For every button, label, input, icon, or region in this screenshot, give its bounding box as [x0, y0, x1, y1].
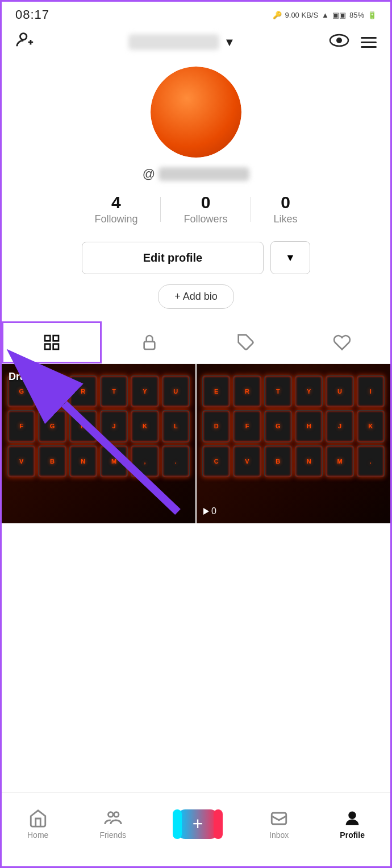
key: T — [100, 375, 128, 407]
key: E — [202, 375, 230, 407]
nav-right-icons — [329, 32, 377, 52]
heart-icon — [333, 333, 351, 352]
battery-percent: 85% — [349, 11, 364, 19]
key: J — [326, 410, 353, 442]
home-label: Home — [27, 830, 48, 840]
key: U — [162, 375, 190, 407]
likes-stat[interactable]: 0 Likes — [251, 193, 320, 225]
avatar-image — [151, 67, 241, 158]
key: V — [7, 445, 35, 477]
key: G — [264, 410, 292, 442]
avatar — [151, 67, 241, 158]
key: N — [295, 445, 323, 477]
following-label: Following — [94, 213, 137, 225]
stats-row: 4 Following 0 Followers 0 Likes — [72, 193, 320, 225]
grid-item-1[interactable]: G 7 R T Y U F G H J K L V B N M , . Draf… — [2, 364, 195, 523]
tab-posts[interactable] — [2, 321, 102, 363]
home-icon — [28, 809, 48, 828]
svg-point-14 — [114, 812, 119, 817]
following-stat[interactable]: 4 Following — [72, 193, 160, 225]
tab-tagged[interactable] — [198, 323, 294, 362]
keyboard-keys-2: E R T Y U I D F G H J K C V B N M . — [197, 364, 390, 523]
tabs-row — [2, 321, 390, 364]
svg-rect-5 — [45, 336, 50, 341]
network-speed: 9.00 KB/S — [285, 11, 319, 19]
profile-icon — [343, 809, 362, 828]
key: M — [326, 445, 353, 477]
followers-stat[interactable]: 0 Followers — [161, 193, 250, 225]
wifi-icon: ▲ — [322, 11, 329, 19]
bottom-nav: Home Friends + Inbox Profile — [2, 792, 390, 866]
top-nav: ▼ — [2, 26, 390, 61]
key: K — [131, 410, 159, 442]
key: J — [100, 410, 128, 442]
eye-icon[interactable] — [329, 32, 349, 52]
likes-count: 0 — [281, 193, 290, 212]
bottom-nav-home[interactable]: Home — [27, 809, 48, 840]
drafts-label: Drafts: 3 — [9, 371, 50, 383]
key: . — [162, 445, 190, 477]
key: U — [326, 375, 353, 407]
svg-rect-7 — [45, 344, 50, 349]
username-blurred — [128, 34, 219, 50]
key: K — [357, 410, 385, 442]
play-icon — [203, 508, 209, 515]
bottom-nav-friends[interactable]: Friends — [99, 809, 126, 840]
key: F — [7, 410, 35, 442]
lock-icon — [140, 333, 159, 352]
dropdown-triangle-icon: ▼ — [285, 252, 295, 264]
bottom-nav-profile[interactable]: Profile — [340, 809, 365, 840]
key-icon: 🔑 — [273, 11, 282, 19]
tab-private[interactable] — [102, 323, 198, 362]
status-time: 08:17 — [15, 7, 49, 22]
inbox-label: Inbox — [269, 830, 289, 840]
grid-item-2[interactable]: E R T Y U I D F G H J K C V B N M . — [197, 364, 390, 523]
svg-rect-15 — [272, 813, 286, 824]
key: B — [38, 445, 66, 477]
keyboard-keys-1: G 7 R T Y U F G H J K L V B N M , . — [2, 364, 195, 523]
add-bio-button[interactable]: + Add bio — [158, 284, 234, 309]
keyboard-bg-1: G 7 R T Y U F G H J K L V B N M , . — [2, 364, 195, 523]
key: . — [357, 445, 385, 477]
key: V — [233, 445, 261, 477]
svg-point-16 — [349, 812, 355, 818]
key: H — [295, 410, 323, 442]
hamburger-menu-button[interactable] — [361, 37, 377, 48]
likes-label: Likes — [274, 213, 298, 225]
at-sign: @ — [143, 167, 155, 181]
svg-point-13 — [108, 812, 113, 817]
svg-rect-6 — [53, 336, 58, 341]
svg-rect-8 — [53, 344, 58, 349]
profile-label: Profile — [340, 830, 365, 840]
key: I — [357, 375, 385, 407]
create-button[interactable]: + — [177, 809, 218, 839]
grid-icon — [43, 333, 61, 352]
username-row: @ — [143, 167, 249, 181]
tab-liked[interactable] — [294, 323, 391, 362]
friends-label: Friends — [99, 830, 126, 840]
play-count: 0 — [211, 506, 216, 516]
svg-rect-9 — [144, 342, 155, 349]
more-options-button[interactable]: ▼ — [270, 241, 310, 274]
key: Y — [295, 375, 323, 407]
key: N — [69, 445, 97, 477]
friends-icon — [103, 809, 123, 828]
bottom-nav-create[interactable]: + — [177, 809, 218, 839]
key: D — [202, 410, 230, 442]
svg-point-0 — [20, 34, 27, 40]
keyboard-bg-2: E R T Y U I D F G H J K C V B N M . — [197, 364, 390, 523]
add-user-button[interactable] — [15, 30, 35, 54]
action-row: Edit profile ▼ — [2, 241, 390, 274]
key: , — [131, 445, 159, 477]
bottom-nav-inbox[interactable]: Inbox — [269, 809, 289, 840]
sim-icon: ▣▣ — [332, 11, 346, 19]
key: C — [202, 445, 230, 477]
key: B — [264, 445, 292, 477]
profile-section: @ 4 Following 0 Followers 0 Likes Edit p… — [2, 61, 390, 321]
username-dropdown[interactable]: ▼ — [128, 34, 235, 50]
edit-profile-button[interactable]: Edit profile — [82, 242, 264, 274]
dropdown-arrow-icon: ▼ — [224, 36, 235, 49]
key: R — [69, 375, 97, 407]
key: M — [100, 445, 128, 477]
content-grid: G 7 R T Y U F G H J K L V B N M , . Draf… — [2, 364, 390, 523]
